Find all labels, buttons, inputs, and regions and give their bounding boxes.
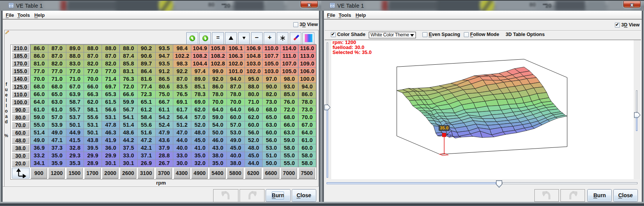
svg-text:x: x (308, 2, 311, 8)
svg-text:35.0: 35.0 (440, 126, 449, 130)
